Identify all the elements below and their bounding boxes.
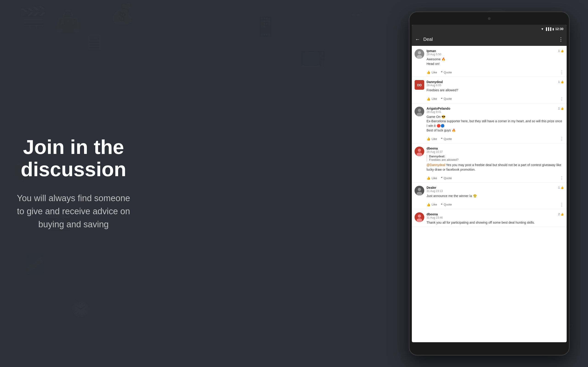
comment-item: ArigatoPelando 1 👍 28 Aug 9:41 Game On 😎… <box>412 103 567 143</box>
like-number: 1 <box>558 80 560 83</box>
comment-text: Freebies are allowed? <box>426 88 564 93</box>
left-panel: Join in the discussion You will always f… <box>0 0 147 367</box>
comment-header: Ipman 1 👍 <box>426 49 564 53</box>
comment-body: ArigatoPelando 1 👍 28 Aug 9:41 Game On 😎… <box>426 107 564 143</box>
like-icon-sm: 👍 <box>426 70 431 74</box>
like-count: 1 👍 <box>558 80 564 83</box>
comment-item: dbeena 28 Aug 10:37 Dannydeal: Freebies … <box>412 143 567 183</box>
comment-body: dbeena 2 👍 31 Aug 23:46 Thank you all fo… <box>426 212 564 227</box>
comment-username: dbeena <box>426 147 438 150</box>
quote-button[interactable]: ❝ Quote <box>441 176 452 180</box>
quote-icon: ❝ <box>441 97 443 101</box>
tablet-frame: ▼ ▐▐▐ ▮ 12:30 ← Deal ⋮ <box>409 11 570 356</box>
comment-item: DD Dannydeal 1 👍 28 Aug 6:05 Freebies <box>412 77 567 103</box>
avatar <box>415 186 424 195</box>
avatar <box>415 147 424 156</box>
like-icon-sm: 👍 <box>426 176 431 180</box>
like-count: 1 👍 <box>558 107 564 110</box>
quote-button[interactable]: ❝ Quote <box>441 203 452 206</box>
comment-item: Ipman 1 👍 28 Aug 5:50 Awesome 🔥Head on! … <box>412 46 567 77</box>
comment-body: Ipman 1 👍 28 Aug 5:50 Awesome 🔥Head on! … <box>426 49 564 77</box>
app-bar-title: Deal <box>423 37 558 42</box>
like-button[interactable]: 👍 Like <box>426 176 437 180</box>
like-icon-sm: 👍 <box>426 137 431 141</box>
comment-timestamp: 31 Aug 23:46 <box>426 216 564 219</box>
like-button[interactable]: 👍 Like <box>426 70 437 74</box>
comment-timestamp: 28 Aug 5:50 <box>426 53 564 56</box>
quote-block: Dannydeal: Freebies are allowed? <box>426 155 564 161</box>
like-number: 1 <box>558 107 560 110</box>
quote-button[interactable]: ❝ Quote <box>441 137 452 141</box>
comment-item: dbeena 2 👍 31 Aug 23:46 Thank you all fo… <box>412 209 567 227</box>
svg-point-6 <box>418 109 421 112</box>
like-button[interactable]: 👍 Like <box>426 137 437 141</box>
wifi-icon: ▼ <box>541 27 544 31</box>
svg-point-15 <box>418 215 421 218</box>
quote-icon: ❝ <box>441 176 443 180</box>
quote-label: Quote <box>444 176 452 180</box>
more-button[interactable]: ⋮ <box>560 202 564 207</box>
comment-actions: 👍 Like ❝ Quote ⋮ <box>426 68 564 77</box>
comment-text: Thank you all for participating and show… <box>426 220 564 225</box>
svg-point-16 <box>417 218 422 222</box>
avatar <box>415 49 424 59</box>
comment-actions: 👍 Like ❝ Quote ⋮ <box>426 94 564 103</box>
like-number: 1 <box>558 186 560 189</box>
like-number: 2 <box>558 213 560 216</box>
like-icon: 👍 <box>561 107 564 110</box>
comment-username: Ipman <box>426 49 436 53</box>
mention: @Dannydeal <box>426 163 445 167</box>
comment-header: Dealer 1 👍 <box>426 186 564 190</box>
like-icon: 👍 <box>561 49 564 52</box>
comment-timestamp: 28 Aug 6:05 <box>426 84 564 87</box>
like-button[interactable]: 👍 Like <box>426 203 437 206</box>
quote-button[interactable]: ❝ Quote <box>441 97 452 101</box>
status-time: 12:30 <box>555 27 563 31</box>
like-icon-sm: 👍 <box>426 203 431 206</box>
comment-text: Awesome 🔥Head on! <box>426 57 564 66</box>
more-button[interactable]: ⋮ <box>560 136 564 141</box>
like-label: Like <box>432 176 437 180</box>
like-number: 1 <box>558 49 560 52</box>
comment-header: dbeena <box>426 147 564 150</box>
comment-actions: 👍 Like ❝ Quote ⋮ <box>426 134 564 143</box>
more-button[interactable]: ⋮ <box>560 70 564 75</box>
more-button[interactable]: ⋮ <box>560 96 564 101</box>
menu-button[interactable]: ⋮ <box>558 36 563 42</box>
quote-button[interactable]: ❝ Quote <box>441 70 452 74</box>
comment-timestamp: 28 Aug 9:41 <box>426 110 564 114</box>
quote-label: Quote <box>444 71 452 74</box>
svg-point-1 <box>418 51 421 54</box>
svg-point-13 <box>417 192 422 195</box>
comment-username: Dannydeal <box>426 80 443 84</box>
like-icon: 👍 <box>561 213 564 216</box>
quote-icon: ❝ <box>441 203 443 206</box>
svg-point-10 <box>417 152 422 156</box>
quote-author: Dannydeal: <box>429 155 564 158</box>
svg-point-2 <box>417 55 422 59</box>
more-button[interactable]: ⋮ <box>560 175 564 181</box>
status-icons: ▼ ▐▐▐ ▮ 12:30 <box>541 27 563 31</box>
quote-icon: ❝ <box>441 70 443 74</box>
comment-username: ArigatoPelando <box>426 107 450 110</box>
like-button[interactable]: 👍 Like <box>426 97 437 101</box>
like-icon: 👍 <box>561 80 564 83</box>
quote-icon: ❝ <box>441 137 443 141</box>
comment-actions: 👍 Like ❝ Quote ⋮ <box>426 174 564 182</box>
like-icon-sm: 👍 <box>426 97 431 101</box>
like-count: 1 👍 <box>558 49 564 52</box>
comment-body: Dealer 1 👍 31 Aug 23:13 Just announce me… <box>426 186 564 209</box>
status-bar: ▼ ▐▐▐ ▮ 12:30 <box>412 25 567 33</box>
svg-point-12 <box>418 188 421 191</box>
quote-label: Quote <box>444 203 452 206</box>
subtext: You will always find someone to give and… <box>14 192 133 231</box>
avatar <box>415 107 424 116</box>
tablet-device: ▼ ▐▐▐ ▮ 12:30 ← Deal ⋮ <box>409 11 570 356</box>
tablet-screen: ▼ ▐▐▐ ▮ 12:30 ← Deal ⋮ <box>412 25 567 342</box>
comment-text: Just announce me the winner la 😤 <box>426 194 564 198</box>
avatar: DD <box>415 80 424 90</box>
comment-text: @Dannydeal Yes you may post a freebie de… <box>426 163 564 172</box>
back-button[interactable]: ← <box>415 36 420 42</box>
comment-username: Dealer <box>426 186 436 190</box>
like-count: 1 👍 <box>558 186 564 189</box>
